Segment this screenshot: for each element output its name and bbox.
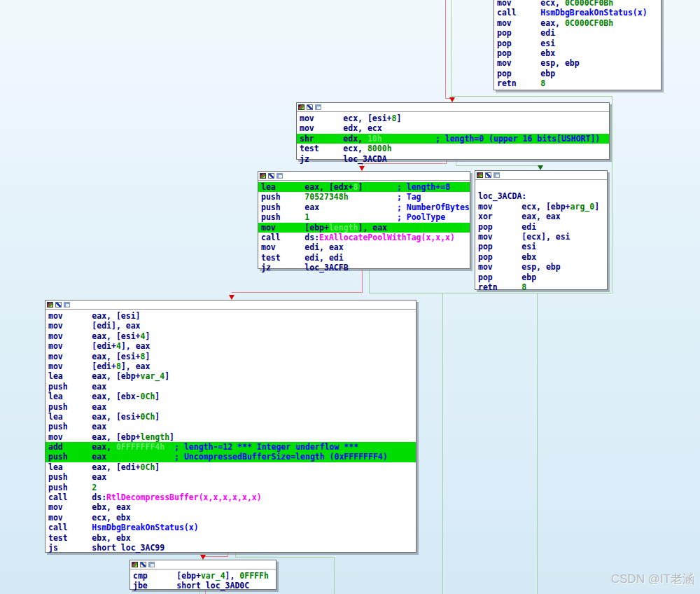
- window-icon[interactable]: [315, 104, 321, 110]
- asm-line[interactable]: push eax: [46, 422, 416, 431]
- edge-green: [235, 557, 335, 558]
- asm-line[interactable]: jz loc_3ACDA: [297, 154, 609, 164]
- arrowhead-red: [229, 295, 234, 300]
- asm-token: ]: [155, 412, 160, 422]
- edge-green-top: [451, 0, 451, 96]
- asm-token: 4: [141, 331, 146, 341]
- asm-line[interactable]: mov [edi+8], eax: [46, 361, 416, 371]
- palette-icon[interactable]: [132, 562, 138, 567]
- asm-token: push eax: [261, 202, 319, 212]
- node-length-check[interactable]: mov ecx, [esi+8]mov edx, ecxshr edx, 10h…: [296, 102, 610, 160]
- node-ret-error[interactable]: mov ecx, 0C000CF0Bhcall HsmDbgBreakOnSta…: [493, 0, 662, 90]
- asm-line[interactable]: mov eax, [esi+8]: [46, 352, 416, 361]
- asm-line[interactable]: mov edx, ecx: [297, 123, 609, 133]
- asm-line[interactable]: mov ecx, ebx: [46, 513, 416, 523]
- asm-token: ], eax: [121, 341, 150, 351]
- asm-line[interactable]: pop ebp: [494, 69, 661, 78]
- asm-line[interactable]: retn 8: [475, 282, 607, 292]
- asm-line[interactable]: push 70527348h ; Tag: [258, 192, 470, 202]
- asm-line[interactable]: mov eax, [esi]: [46, 311, 416, 321]
- asm-line[interactable]: lea eax, [edx+8] ; length+=8: [258, 182, 470, 192]
- asm-line[interactable]: push eax ; UncompressedBufferSize=length…: [46, 452, 416, 462]
- asm-line[interactable]: xor eax, eax: [475, 212, 607, 221]
- asm-line[interactable]: pop edi: [494, 28, 661, 38]
- asm-line[interactable]: mov esp, ebp: [494, 58, 661, 68]
- asm-line[interactable]: mov ecx, [esi+8]: [297, 113, 609, 123]
- asm-line[interactable]: call HsmDbgBreakOnStatus(x): [494, 8, 661, 18]
- asm-token: push eax: [48, 452, 106, 462]
- asm-line[interactable]: call HsmDbgBreakOnStatus(x): [46, 523, 416, 532]
- asm-line[interactable]: mov eax, 0C000CF0Bh: [494, 18, 661, 28]
- edge-green-down: [334, 557, 335, 594]
- asm-line[interactable]: pop ebp: [475, 272, 607, 282]
- asm-line[interactable]: test edi, edi: [258, 253, 470, 263]
- asm-line[interactable]: mov ebx, eax: [46, 502, 416, 512]
- window-icon[interactable]: [276, 173, 283, 179]
- node-loc-3acda[interactable]: loc_3ACDA:mov ecx, [ebp+arg_0]xor eax, e…: [475, 170, 608, 290]
- asm-line[interactable]: call ds:RtlDecompressBuffer(x,x,x,x,x,x): [46, 492, 416, 502]
- asm-token: mov [edi+: [48, 341, 116, 351]
- asm-token: mov [ecx], esi: [478, 232, 570, 242]
- asm-line[interactable]: pop ebx: [494, 48, 661, 58]
- palette-icon[interactable]: [47, 302, 53, 308]
- asm-line[interactable]: pop esi: [475, 242, 607, 251]
- asm-line[interactable]: mov [edi+4], eax: [46, 341, 416, 351]
- asm-line[interactable]: jz loc_3ACFB: [258, 263, 470, 272]
- window-icon[interactable]: [64, 302, 70, 308]
- asm-line[interactable]: js short loc_3AC99: [46, 543, 416, 553]
- asm-line[interactable]: jbe short loc_3AD0C: [130, 581, 276, 590]
- asm-line[interactable]: mov esp, ebp: [475, 262, 607, 272]
- palette-icon[interactable]: [298, 104, 304, 110]
- palette-icon[interactable]: [477, 172, 483, 178]
- asm-line[interactable]: retn 8: [494, 78, 661, 88]
- asm-line[interactable]: shr edx, 10h ; length=0 (upper 16 bits[U…: [297, 134, 609, 144]
- asm-line[interactable]: call ds:ExAllocatePoolWithTag(x,x,x): [258, 233, 470, 242]
- asm-token: push: [261, 212, 304, 222]
- asm-line[interactable]: loc_3ACDA:: [475, 191, 607, 201]
- asm-line[interactable]: push eax ; NumberOfBytes: [258, 202, 470, 212]
- asm-line[interactable]: push eax: [46, 382, 416, 392]
- asm-line[interactable]: pop esi: [494, 39, 661, 48]
- window-icon[interactable]: [148, 562, 155, 567]
- asm-line[interactable]: lea eax, [ebx-0Ch]: [46, 392, 416, 401]
- graph-view[interactable]: mov ecx, 0C000CF0Bhcall HsmDbgBreakOnSta…: [0, 0, 700, 594]
- asm-line[interactable]: add eax, 0FFFFFFF4h ; length-=12 *** Int…: [46, 442, 416, 452]
- pencil-icon[interactable]: [268, 173, 274, 179]
- asm-line[interactable]: push 1 ; PoolType: [258, 212, 470, 222]
- asm-line[interactable]: mov ecx, [ebp+arg_0]: [475, 202, 607, 212]
- asm-line[interactable]: lea eax, [edi+0Ch]: [46, 462, 416, 472]
- node-size-check[interactable]: cmp [ebp+var_4], 0FFFFhjbe short loc_3AD…: [130, 560, 276, 590]
- asm-token: HsmDbgBreakOnStatus(x): [92, 523, 198, 532]
- node-alloc-pool[interactable]: lea eax, [edx+8] ; length+=8push 7052734…: [258, 171, 470, 269]
- asm-line[interactable]: mov edi, eax: [258, 242, 470, 252]
- asm-line[interactable]: pop ebx: [475, 252, 607, 262]
- asm-token: mov ecx, ebx: [48, 513, 131, 523]
- pencil-icon[interactable]: [55, 302, 62, 308]
- asm-line[interactable]: mov [ebp+length], eax: [258, 223, 470, 233]
- asm-line[interactable]: test ecx, 8000h: [297, 144, 609, 153]
- asm-line[interactable]: mov eax, [esi+4]: [46, 331, 416, 341]
- pencil-icon[interactable]: [485, 172, 491, 178]
- pencil-icon[interactable]: [140, 562, 146, 567]
- asm-line[interactable]: pop edi: [475, 222, 607, 232]
- pencil-icon[interactable]: [307, 104, 313, 110]
- palette-icon[interactable]: [260, 173, 266, 179]
- asm-line[interactable]: lea eax, [esi+0Ch]: [46, 412, 416, 422]
- asm-token: var_4: [201, 571, 225, 581]
- asm-line[interactable]: cmp [ebp+var_4], 0FFFFh: [130, 571, 276, 581]
- asm-line[interactable]: [475, 181, 607, 191]
- asm-line[interactable]: mov [edi], eax: [46, 321, 416, 331]
- node-titlebar: [258, 172, 470, 181]
- asm-line[interactable]: mov eax, [ebp+length]: [46, 432, 416, 442]
- asm-line[interactable]: lea eax, [ebp+var_4]: [46, 371, 416, 381]
- node-decompress[interactable]: mov eax, [esi]mov [edi], eaxmov eax, [es…: [45, 300, 416, 553]
- asm-line[interactable]: push eax: [46, 402, 416, 412]
- asm-line[interactable]: mov [ecx], esi: [475, 232, 607, 242]
- window-icon[interactable]: [493, 172, 500, 178]
- asm-token: add eax,: [48, 442, 116, 452]
- asm-token: 8: [392, 113, 397, 123]
- asm-line[interactable]: push 2: [46, 483, 416, 492]
- asm-line[interactable]: test ebx, ebx: [46, 533, 416, 543]
- asm-line[interactable]: mov ecx, 0C000CF0Bh: [494, 0, 661, 8]
- asm-line[interactable]: push eax: [46, 472, 416, 482]
